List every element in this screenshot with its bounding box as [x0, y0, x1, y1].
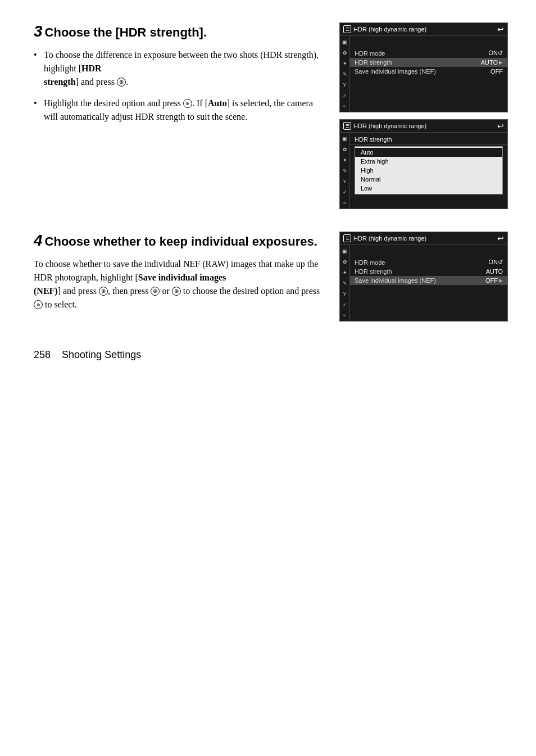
cam-screen3-content: HDR mode ON↺ HDR strength AUTO Save indi… [350, 245, 507, 321]
sidebar2-icon-4: ✎ [341, 167, 348, 174]
cam-screen2-back: ↩ [497, 121, 504, 130]
section3-header: 3 Choose the [HDR strength]. [34, 22, 328, 40]
option-high: High [355, 166, 502, 175]
sidebar3-icon-6: ✓ [341, 301, 348, 308]
cam-screen1-sidebar: ▣ ✿ ✦ ✎ Y ✓ ≈ [340, 36, 350, 112]
sidebar2-icon-3: ✦ [341, 156, 348, 164]
sidebar3-icon-7: ≈ [341, 311, 348, 319]
section4-text: 4 Choose whether to keep individual expo… [34, 232, 328, 322]
cam-row-hdrstrength-label: HDR strength [355, 59, 392, 66]
sidebar-icon-6: ✓ [341, 92, 348, 99]
cam-screen2-content: HDR strength Auto Extra high High Normal… [350, 133, 507, 209]
step4-title: Choose whether to keep individual exposu… [45, 234, 317, 248]
cam3-row-hdrmode: HDR mode ON↺ [350, 257, 507, 267]
section-label: Shooting Settings [62, 349, 141, 360]
cam-screen1-title: HDR (high dynamic range) [353, 26, 426, 33]
option-auto: Auto [355, 148, 502, 157]
cam-menu-icon3: ☰ [343, 234, 351, 242]
cam-screen2-title: HDR (high dynamic range) [353, 123, 426, 129]
cam-row-hdrmode: HDR mode ON↺ [350, 48, 507, 58]
cam-screen1-back: ↩ [497, 25, 504, 34]
sidebar3-icon-3: ✦ [341, 269, 348, 276]
cam-dropdown: Auto Extra high High Normal Low [355, 146, 503, 194]
down-icon: ⊗ [172, 287, 181, 296]
auto-bold: Auto [208, 98, 227, 108]
ok-icon3: ⊕ [99, 287, 108, 296]
sidebar-icon-1: ▣ [341, 38, 348, 46]
cam3-row-saveimages: Save individual images (NEF) OFF ▶ [350, 276, 507, 285]
step3-number: 3 [34, 22, 43, 40]
ok-icon1: ⊕ [117, 78, 126, 87]
cam3-row-hdrmode-label: HDR mode [355, 259, 385, 266]
cam-screen1: ☰ HDR (high dynamic range) ↩ ▣ ✿ ✦ ✎ Y ✓… [339, 22, 508, 112]
cam-screen3: ☰ HDR (high dynamic range) ↩ ▣ ✿ ✦ ✎ Y ✓… [339, 232, 508, 322]
section4: 4 Choose whether to keep individual expo… [34, 232, 508, 322]
cam-row-hdrstrength: HDR strength AUTO ▶ [350, 58, 507, 67]
section3-body: To choose the difference in exposure bet… [34, 48, 328, 124]
footer: 258 Shooting Settings [34, 349, 141, 361]
ok-icon4: ⊛ [34, 300, 43, 309]
cam3-row-hdrstrength: HDR strength AUTO [350, 267, 507, 276]
section3-screens: ☰ HDR (high dynamic range) ↩ ▣ ✿ ✦ ✎ Y ✓… [339, 22, 508, 209]
cam-screen1-header-left: ☰ HDR (high dynamic range) [343, 25, 426, 33]
page: 3 Choose the [HDR strength]. To choose t… [0, 0, 536, 378]
sidebar2-icon-5: Y [341, 178, 348, 185]
sidebar2-icon-2: ✿ [341, 146, 348, 153]
cam-screen1-content: HDR mode ON↺ HDR strength AUTO ▶ Save in… [350, 36, 507, 112]
cam-row-saveimages: Save individual images (NEF) OFF [350, 67, 507, 76]
sidebar-icon-2: ✿ [341, 49, 348, 56]
cam-menu-icon: ☰ [343, 25, 351, 33]
cam3-row-hdrstrength-label: HDR strength [355, 268, 392, 275]
sidebar-icon-4: ✎ [341, 70, 348, 78]
cam-row-saveimages-value: OFF [490, 68, 503, 75]
sidebar2-icon-6: ✓ [341, 188, 348, 196]
section3-list: To choose the difference in exposure bet… [34, 48, 328, 124]
sidebar-icon-5: Y [341, 81, 348, 88]
cam-row-hdrstrength-value: AUTO ▶ [481, 59, 503, 66]
cam3-row-hdrstrength-value: AUTO [486, 268, 503, 275]
save-images-bold: Save individual images(NEF) [34, 273, 226, 296]
option-low: Low [355, 184, 502, 193]
sidebar3-icon-2: ✿ [341, 258, 348, 265]
cam3-row-saveimages-value: OFF ▶ [485, 277, 503, 284]
cam-screen3-header-left: ☰ HDR (high dynamic range) [343, 234, 426, 242]
cam-screen2-body: ▣ ✿ ✦ ✎ Y ✓ ≈ HDR strength Auto [340, 133, 507, 209]
cam3-row-saveimages-label: Save individual images (NEF) [355, 277, 436, 284]
section3-text: 3 Choose the [HDR strength]. To choose t… [34, 22, 328, 209]
sidebar3-icon-4: ✎ [341, 279, 348, 287]
cam-row-hdrmode-label: HDR mode [355, 50, 385, 57]
cam-screen2-header: ☰ HDR (high dynamic range) ↩ [340, 120, 507, 133]
cam-screen3-body: ▣ ✿ ✦ ✎ Y ✓ ≈ HDR mode ON↺ [340, 245, 507, 321]
step3-title: Choose the [HDR strength]. [45, 25, 207, 39]
sidebar2-icon-7: ≈ [341, 199, 348, 206]
cam-row-hdrmode-value: ON↺ [489, 49, 503, 57]
cam-screen3-header: ☰ HDR (high dynamic range) ↩ [340, 232, 507, 245]
sidebar-icon-3: ✦ [341, 60, 348, 67]
up-icon: ⊛ [151, 287, 160, 296]
cam-row-saveimages-label: Save individual images (NEF) [355, 68, 436, 75]
cam-screen3-sidebar: ▣ ✿ ✦ ✎ Y ✓ ≈ [340, 245, 350, 321]
cam-screen2: ☰ HDR (high dynamic range) ↩ ▣ ✿ ✦ ✎ Y ✓… [339, 119, 508, 209]
cam-screen1-header: ☰ HDR (high dynamic range) ↩ [340, 23, 507, 36]
cam-screen3-back: ↩ [497, 234, 504, 243]
step4-number: 4 [34, 232, 43, 249]
cam-screen3-title: HDR (high dynamic range) [353, 235, 426, 242]
arrow-icon-1: ▶ [499, 60, 503, 65]
cam-screen2-header-left: ☰ HDR (high dynamic range) [343, 122, 426, 130]
cam-screen2-sidebar: ▣ ✿ ✦ ✎ Y ✓ ≈ [340, 133, 350, 209]
page-number: 258 [34, 349, 51, 360]
section3: 3 Choose the [HDR strength]. To choose t… [34, 22, 508, 209]
section4-header: 4 Choose whether to keep individual expo… [34, 232, 328, 250]
sidebar3-icon-1: ▣ [341, 247, 348, 255]
sidebar2-icon-1: ▣ [341, 135, 348, 142]
ok-icon2: ⊛ [183, 99, 192, 108]
sidebar-icon-7: ≈ [341, 102, 348, 110]
cam-screen1-body: ▣ ✿ ✦ ✎ Y ✓ ≈ HDR mode ON↺ [340, 36, 507, 112]
section4-screen: ☰ HDR (high dynamic range) ↩ ▣ ✿ ✦ ✎ Y ✓… [339, 232, 508, 322]
section4-para: To choose whether to save the individual… [34, 257, 328, 311]
section3-bullet1: To choose the difference in exposure bet… [34, 48, 328, 89]
section3-bullet2: Highlight the desired option and press ⊛… [34, 97, 328, 124]
option-extrahigh: Extra high [355, 157, 502, 166]
option-normal: Normal [355, 175, 502, 184]
sidebar3-icon-5: Y [341, 290, 348, 297]
